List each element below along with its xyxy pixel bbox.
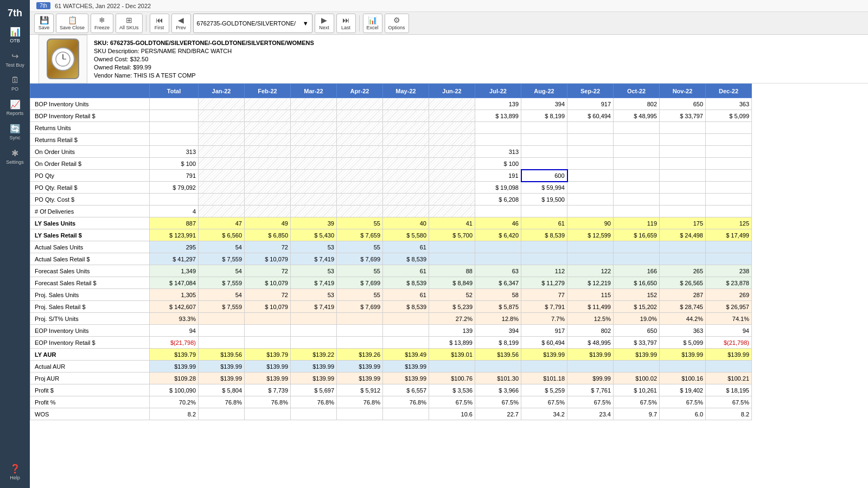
cell-aug[interactable]: 112	[521, 265, 567, 277]
cell-total[interactable]: $ 100,090	[150, 384, 199, 396]
cell-aug[interactable]	[521, 361, 567, 373]
cell-sep[interactable]: $ 60,494	[567, 110, 614, 122]
cell-feb[interactable]	[245, 182, 291, 194]
cell-nov[interactable]	[660, 146, 706, 158]
cell-mar[interactable]: $139.99	[291, 361, 337, 373]
cell-oct[interactable]	[614, 158, 660, 170]
cell-oct[interactable]: 9.7	[614, 408, 660, 420]
cell-oct[interactable]	[614, 122, 660, 134]
cell-aug[interactable]: $ 5,259	[521, 384, 567, 396]
cell-apr[interactable]: 55	[337, 241, 383, 253]
cell-dec[interactable]: $ 23,878	[706, 277, 752, 289]
cell-jan[interactable]	[199, 194, 245, 206]
cell-aug[interactable]: 77	[521, 289, 567, 301]
cell-dec[interactable]: $ 26,957	[706, 301, 752, 313]
cell-jun[interactable]	[429, 361, 475, 373]
cell-total[interactable]: $ 147,084	[150, 277, 199, 289]
sidebar-item-testbuy[interactable]: ↪ Test Buy	[0, 48, 30, 71]
cell-jul[interactable]: $ 100	[475, 158, 521, 170]
cell-jan[interactable]: 54	[199, 289, 245, 301]
cell-aug[interactable]: $ 8,199	[521, 110, 567, 122]
cell-dec[interactable]	[706, 361, 752, 373]
cell-jan[interactable]: $ 7,559	[199, 301, 245, 313]
cell-feb[interactable]: $ 6,850	[245, 229, 291, 241]
cell-dec[interactable]: $100.21	[706, 373, 752, 384]
cell-total[interactable]: $139.99	[150, 361, 199, 373]
cell-dec[interactable]: $(21,798)	[706, 337, 752, 349]
cell-apr[interactable]: $ 7,699	[337, 277, 383, 289]
cell-total[interactable]	[150, 122, 199, 134]
cell-nov[interactable]	[660, 134, 706, 146]
cell-jun[interactable]: 67.5%	[429, 396, 475, 408]
cell-jun[interactable]	[429, 170, 475, 182]
cell-jun[interactable]: $100.76	[429, 373, 475, 384]
cell-jun[interactable]: 10.6	[429, 408, 475, 420]
save-close-button[interactable]: 📋 Save Close	[56, 14, 88, 33]
cell-total[interactable]: 313	[150, 146, 199, 158]
cell-mar[interactable]	[291, 110, 337, 122]
cell-dec[interactable]: $ 18,195	[706, 384, 752, 396]
cell-apr[interactable]: $ 7,699	[337, 253, 383, 265]
cell-may[interactable]	[383, 122, 429, 134]
cell-jul[interactable]: 313	[475, 146, 521, 158]
cell-total[interactable]	[150, 194, 199, 206]
cell-apr[interactable]	[337, 194, 383, 206]
cell-apr[interactable]	[337, 325, 383, 337]
cell-jul[interactable]	[475, 361, 521, 373]
cell-total[interactable]: $(21,798)	[150, 337, 199, 349]
cell-feb[interactable]	[245, 408, 291, 420]
cell-may[interactable]: $ 6,557	[383, 384, 429, 396]
cell-jun[interactable]	[429, 98, 475, 110]
cell-apr[interactable]: $139.99	[337, 361, 383, 373]
cell-feb[interactable]: $139.99	[245, 373, 291, 384]
cell-mar[interactable]	[291, 408, 337, 420]
cell-jul[interactable]	[475, 253, 521, 265]
cell-may[interactable]: 61	[383, 289, 429, 301]
cell-may[interactable]: 76.8%	[383, 396, 429, 408]
cell-nov[interactable]: $139.99	[660, 349, 706, 361]
cell-jul[interactable]	[475, 241, 521, 253]
cell-jul[interactable]: $ 3,966	[475, 384, 521, 396]
cell-mar[interactable]: $ 5,430	[291, 229, 337, 241]
cell-sep[interactable]: 12.5%	[567, 313, 614, 325]
cell-jul[interactable]: 191	[475, 170, 521, 182]
cell-jul[interactable]: 58	[475, 289, 521, 301]
cell-nov[interactable]: 265	[660, 265, 706, 277]
cell-jul[interactable]: 139	[475, 98, 521, 110]
cell-jun[interactable]	[429, 241, 475, 253]
cell-apr[interactable]	[337, 337, 383, 349]
cell-dec[interactable]	[706, 146, 752, 158]
cell-mar[interactable]	[291, 194, 337, 206]
cell-sep[interactable]	[567, 182, 614, 194]
cell-oct[interactable]	[614, 206, 660, 217]
cell-jan[interactable]: 47	[199, 217, 245, 229]
cell-sep[interactable]: 917	[567, 98, 614, 110]
cell-dec[interactable]: 363	[706, 98, 752, 110]
cell-jun[interactable]: $ 5,700	[429, 229, 475, 241]
cell-feb[interactable]: $ 10,079	[245, 301, 291, 313]
cell-aug[interactable]: 917	[521, 325, 567, 337]
cell-jun[interactable]: $ 3,536	[429, 384, 475, 396]
cell-nov[interactable]: $ 28,745	[660, 301, 706, 313]
cell-may[interactable]: 61	[383, 265, 429, 277]
cell-mar[interactable]: $139.22	[291, 349, 337, 361]
cell-nov[interactable]	[660, 122, 706, 134]
cell-jul[interactable]	[475, 206, 521, 217]
cell-aug[interactable]: $ 19,500	[521, 194, 567, 206]
cell-jul[interactable]	[475, 122, 521, 134]
cell-may[interactable]	[383, 134, 429, 146]
cell-dec[interactable]	[706, 253, 752, 265]
cell-apr[interactable]	[337, 134, 383, 146]
cell-dec[interactable]	[706, 194, 752, 206]
cell-feb[interactable]	[245, 110, 291, 122]
cell-nov[interactable]: $ 5,099	[660, 337, 706, 349]
cell-jul[interactable]: $ 6,208	[475, 194, 521, 206]
cell-apr[interactable]	[337, 146, 383, 158]
cell-apr[interactable]: 76.8%	[337, 396, 383, 408]
cell-jan[interactable]	[199, 206, 245, 217]
cell-feb[interactable]	[245, 194, 291, 206]
cell-dec[interactable]: 94	[706, 325, 752, 337]
cell-jul[interactable]: $ 6,420	[475, 229, 521, 241]
cell-sep[interactable]: 67.5%	[567, 396, 614, 408]
cell-jan[interactable]: $139.99	[199, 361, 245, 373]
